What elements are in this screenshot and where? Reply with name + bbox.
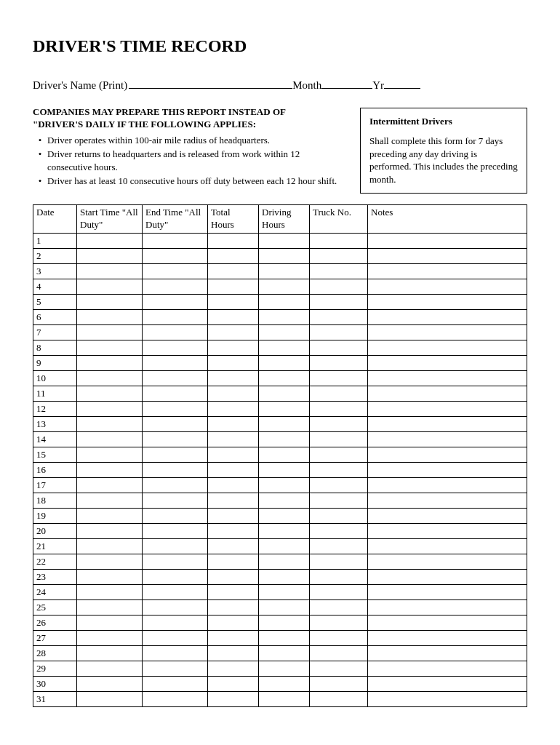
empty-cell[interactable]: [77, 599, 143, 615]
empty-cell[interactable]: [259, 401, 310, 416]
empty-cell[interactable]: [77, 431, 143, 447]
empty-cell[interactable]: [310, 431, 368, 447]
empty-cell[interactable]: [143, 508, 208, 523]
empty-cell[interactable]: [259, 554, 310, 569]
empty-cell[interactable]: [77, 462, 143, 477]
empty-cell[interactable]: [368, 340, 527, 355]
empty-cell[interactable]: [143, 538, 208, 554]
empty-cell[interactable]: [208, 523, 259, 538]
empty-cell[interactable]: [77, 340, 143, 355]
empty-cell[interactable]: [208, 508, 259, 523]
empty-cell[interactable]: [143, 615, 208, 630]
empty-cell[interactable]: [310, 523, 368, 538]
empty-cell[interactable]: [77, 538, 143, 554]
empty-cell[interactable]: [208, 661, 259, 676]
empty-cell[interactable]: [77, 355, 143, 370]
empty-cell[interactable]: [259, 324, 310, 340]
empty-cell[interactable]: [143, 263, 208, 279]
empty-cell[interactable]: [368, 279, 527, 294]
empty-cell[interactable]: [310, 386, 368, 401]
empty-cell[interactable]: [368, 691, 527, 706]
empty-cell[interactable]: [208, 630, 259, 645]
empty-cell[interactable]: [208, 324, 259, 340]
empty-cell[interactable]: [208, 431, 259, 447]
empty-cell[interactable]: [208, 691, 259, 706]
empty-cell[interactable]: [368, 676, 527, 691]
empty-cell[interactable]: [368, 447, 527, 462]
empty-cell[interactable]: [368, 599, 527, 615]
empty-cell[interactable]: [77, 615, 143, 630]
empty-cell[interactable]: [310, 324, 368, 340]
empty-cell[interactable]: [77, 401, 143, 416]
empty-cell[interactable]: [143, 386, 208, 401]
empty-cell[interactable]: [143, 477, 208, 493]
empty-cell[interactable]: [143, 599, 208, 615]
empty-cell[interactable]: [208, 370, 259, 386]
empty-cell[interactable]: [259, 569, 310, 584]
empty-cell[interactable]: [143, 569, 208, 584]
empty-cell[interactable]: [368, 370, 527, 386]
empty-cell[interactable]: [368, 431, 527, 447]
empty-cell[interactable]: [259, 676, 310, 691]
empty-cell[interactable]: [259, 630, 310, 645]
empty-cell[interactable]: [310, 615, 368, 630]
empty-cell[interactable]: [143, 462, 208, 477]
empty-cell[interactable]: [77, 630, 143, 645]
empty-cell[interactable]: [208, 676, 259, 691]
year-input-line[interactable]: [384, 78, 420, 89]
empty-cell[interactable]: [208, 462, 259, 477]
empty-cell[interactable]: [208, 477, 259, 493]
empty-cell[interactable]: [77, 233, 143, 248]
empty-cell[interactable]: [143, 355, 208, 370]
month-input-line[interactable]: [321, 78, 372, 89]
empty-cell[interactable]: [310, 447, 368, 462]
empty-cell[interactable]: [310, 493, 368, 508]
empty-cell[interactable]: [368, 630, 527, 645]
empty-cell[interactable]: [143, 279, 208, 294]
name-input-line[interactable]: [129, 78, 292, 89]
empty-cell[interactable]: [77, 294, 143, 309]
empty-cell[interactable]: [310, 661, 368, 676]
empty-cell[interactable]: [310, 370, 368, 386]
empty-cell[interactable]: [368, 538, 527, 554]
empty-cell[interactable]: [77, 324, 143, 340]
empty-cell[interactable]: [259, 523, 310, 538]
empty-cell[interactable]: [77, 263, 143, 279]
empty-cell[interactable]: [259, 508, 310, 523]
empty-cell[interactable]: [368, 462, 527, 477]
empty-cell[interactable]: [310, 599, 368, 615]
empty-cell[interactable]: [143, 676, 208, 691]
empty-cell[interactable]: [310, 401, 368, 416]
empty-cell[interactable]: [259, 370, 310, 386]
empty-cell[interactable]: [208, 355, 259, 370]
empty-cell[interactable]: [208, 569, 259, 584]
empty-cell[interactable]: [310, 676, 368, 691]
empty-cell[interactable]: [208, 294, 259, 309]
empty-cell[interactable]: [368, 416, 527, 431]
empty-cell[interactable]: [208, 401, 259, 416]
empty-cell[interactable]: [208, 493, 259, 508]
empty-cell[interactable]: [368, 477, 527, 493]
empty-cell[interactable]: [310, 508, 368, 523]
empty-cell[interactable]: [77, 248, 143, 263]
empty-cell[interactable]: [208, 248, 259, 263]
empty-cell[interactable]: [259, 416, 310, 431]
empty-cell[interactable]: [208, 645, 259, 661]
empty-cell[interactable]: [77, 279, 143, 294]
empty-cell[interactable]: [143, 340, 208, 355]
empty-cell[interactable]: [143, 431, 208, 447]
empty-cell[interactable]: [143, 554, 208, 569]
empty-cell[interactable]: [77, 309, 143, 324]
empty-cell[interactable]: [259, 584, 310, 599]
empty-cell[interactable]: [143, 370, 208, 386]
empty-cell[interactable]: [259, 294, 310, 309]
empty-cell[interactable]: [143, 416, 208, 431]
empty-cell[interactable]: [310, 309, 368, 324]
empty-cell[interactable]: [368, 248, 527, 263]
empty-cell[interactable]: [259, 355, 310, 370]
empty-cell[interactable]: [259, 340, 310, 355]
empty-cell[interactable]: [368, 401, 527, 416]
empty-cell[interactable]: [368, 615, 527, 630]
empty-cell[interactable]: [310, 263, 368, 279]
empty-cell[interactable]: [310, 279, 368, 294]
